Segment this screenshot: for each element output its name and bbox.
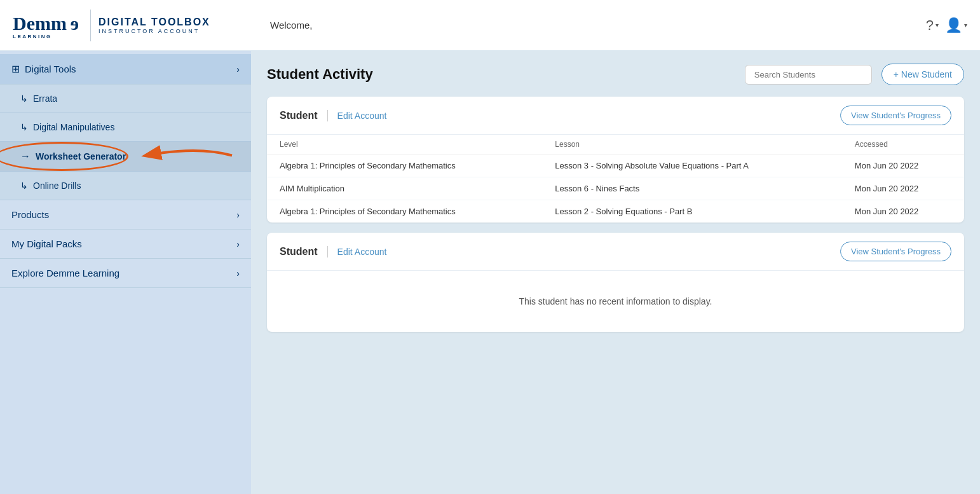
explore-chevron-icon: › [236,268,240,278]
sidebar: ⊞ Digital Tools › ↳ Errata ↳ Digital Man… [0,51,251,494]
sidebar-item-digital-manipulatives[interactable]: ↳ Digital Manipulatives [0,113,251,142]
cell-lesson: Lesson 3 - Solving Absolute Value Equati… [542,154,842,177]
sidebar-item-online-drills[interactable]: ↳ Online Drills [0,172,251,200]
header-icons: ? ▾ 👤 ▾ [926,17,967,34]
demme-logo-svg: Demm e [13,11,83,35]
digital-packs-chevron-icon: › [236,239,240,249]
table-row: Algebra 1: Principles of Secondary Mathe… [267,200,964,223]
user-button[interactable]: 👤 ▾ [945,17,967,34]
sidebar-item-errata[interactable]: ↳ Errata [0,85,251,113]
student-card-1-header: Student Edit Account View Student's Prog… [267,97,964,135]
toolbox-label: DIGITAL TOOLBOX [99,17,210,28]
student-card-2-title: Student Edit Account [280,246,386,257]
user-chevron-icon: ▾ [964,22,967,29]
new-student-button[interactable]: + New Student [881,64,964,85]
student-card-1-title: Student Edit Account [280,110,386,121]
svg-text:e: e [71,13,79,34]
drills-arrow-icon: ↳ [20,181,28,191]
worksheet-arrow-icon: → [20,151,31,162]
chevron-right-icon: › [236,64,240,74]
errata-arrow-icon: ↳ [20,93,28,104]
student-2-divider [327,246,328,257]
cell-level: Algebra 1: Principles of Secondary Mathe… [267,154,542,177]
student-card-1: Student Edit Account View Student's Prog… [267,97,964,223]
content-area: Student Activity + New Student Student E… [251,51,980,494]
help-button[interactable]: ? ▾ [926,17,939,34]
logo-divider [90,10,91,41]
user-icon: 👤 [945,17,962,34]
sidebar-item-products[interactable]: Products › [0,200,251,230]
welcome-text: Welcome, [264,20,926,31]
sidebar-item-explore-demme[interactable]: Explore Demme Learning › [0,259,251,288]
no-info-message: This student has no recent information t… [267,271,964,332]
cell-accessed: Mon Jun 20 2022 [842,200,964,223]
manipulatives-arrow-icon: ↳ [20,122,28,132]
main-layout: ⊞ Digital Tools › ↳ Errata ↳ Digital Man… [0,51,980,494]
cell-level: AIM Multiplication [267,177,542,200]
svg-text:Demm: Demm [13,13,67,34]
cell-lesson: Lesson 6 - Nines Facts [542,177,842,200]
view-progress-2-button[interactable]: View Student's Progress [840,242,951,261]
table-row: Algebra 1: Principles of Secondary Mathe… [267,154,964,177]
cell-lesson: Lesson 2 - Solving Equations - Part B [542,200,842,223]
student-1-label: Student [280,110,318,121]
student-1-divider [327,110,328,121]
activity-header: Student Activity + New Student [267,64,964,85]
learning-label: LEARNING [13,34,52,39]
logo-right: DIGITAL TOOLBOX INSTRUCTOR ACCOUNT [99,17,210,34]
sidebar-item-worksheet-generator[interactable]: → Worksheet Generator [0,142,251,172]
table-row: AIM Multiplication Lesson 6 - Nines Fact… [267,177,964,200]
cell-accessed: Mon Jun 20 2022 [842,177,964,200]
logo-box: Demm e LEARNING DIGITAL TOOLBOX INSTRUCT… [13,10,210,41]
logo-area: Demm e LEARNING DIGITAL TOOLBOX INSTRUCT… [13,10,264,41]
grid-icon: ⊞ [11,63,20,75]
help-chevron-icon: ▾ [936,22,939,29]
student-2-label: Student [280,246,318,257]
student-card-2-header: Student Edit Account View Student's Prog… [267,233,964,271]
student-1-table-header-row: Level Lesson Accessed [267,135,964,154]
cell-level: Algebra 1: Principles of Secondary Mathe… [267,200,542,223]
col-accessed: Accessed [842,135,964,154]
col-level: Level [267,135,542,154]
col-lesson: Lesson [542,135,842,154]
products-chevron-icon: › [236,210,240,220]
instructor-label: INSTRUCTOR ACCOUNT [99,28,200,34]
edit-account-1-link[interactable]: Edit Account [337,111,387,121]
student-card-2: Student Edit Account View Student's Prog… [267,233,964,332]
search-input[interactable] [745,65,872,85]
view-progress-1-button[interactable]: View Student's Progress [840,106,951,125]
edit-account-2-link[interactable]: Edit Account [337,247,387,257]
worksheet-arrow-annotation [133,143,235,170]
student-1-table: Level Lesson Accessed Algebra 1: Princip… [267,135,964,223]
top-header: Demm e LEARNING DIGITAL TOOLBOX INSTRUCT… [0,0,980,51]
page-title: Student Activity [267,66,735,83]
sidebar-item-my-digital-packs[interactable]: My Digital Packs › [0,230,251,259]
sidebar-item-digital-tools[interactable]: ⊞ Digital Tools › [0,54,251,85]
sidebar-item-left: ⊞ Digital Tools [11,63,76,75]
question-icon: ? [926,17,934,34]
cell-accessed: Mon Jun 20 2022 [842,154,964,177]
